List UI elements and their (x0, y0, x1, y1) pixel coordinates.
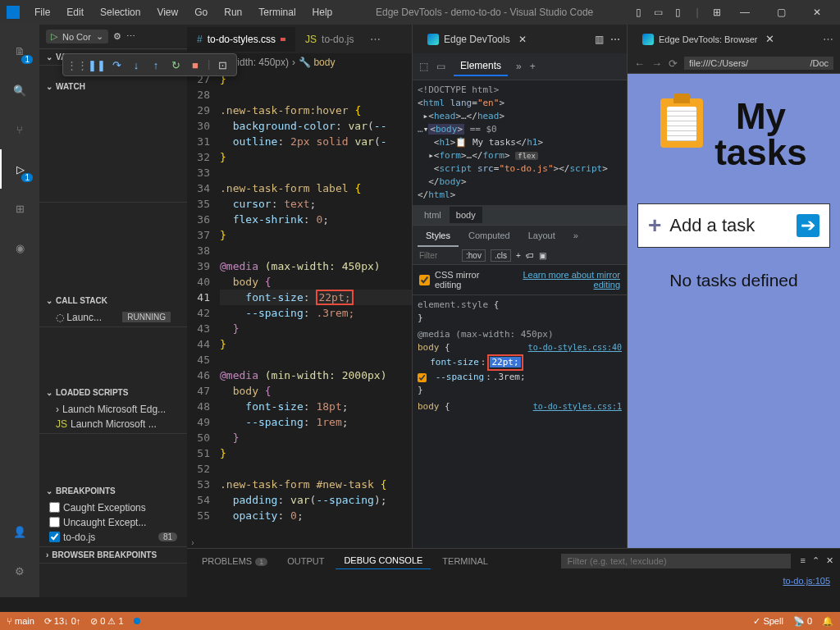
breadcrumb-html[interactable]: html (418, 207, 448, 223)
close-button[interactable]: ✕ (801, 1, 833, 24)
step-into-icon[interactable]: ↓ (129, 57, 144, 72)
styles-tab[interactable]: Styles (418, 226, 459, 247)
screencast-icon[interactable]: ⊡ (215, 57, 230, 72)
minimize-button[interactable]: — (728, 1, 761, 24)
box-icon[interactable]: ▣ (539, 251, 546, 260)
step-over-icon[interactable]: ↷ (109, 57, 124, 72)
section-breakpoints[interactable]: ⌄ BREAKPOINTS (39, 483, 187, 499)
stop-icon[interactable]: ■ (188, 57, 203, 72)
breadcrumb-body[interactable]: body (450, 207, 482, 223)
forward-icon[interactable]: → (651, 57, 662, 70)
pause-icon[interactable]: ❚❚ (89, 57, 104, 72)
devtools-tab[interactable]: Edge DevTools ✕ (419, 29, 535, 50)
dom-tree[interactable]: <!DOCTYPE html> <html lang="en"> ▸<head>… (413, 80, 627, 205)
expand-icon[interactable]: ⌃ (812, 555, 819, 566)
src-link[interactable]: to-do-styles.css:40 (528, 341, 622, 354)
computed-tab[interactable]: Computed (460, 226, 518, 247)
menu-go[interactable]: Go (188, 3, 214, 21)
new-rule-icon[interactable]: + (516, 251, 521, 260)
mirror-link[interactable]: Learn more about mirror editing (506, 270, 620, 290)
gear-icon[interactable]: ⚙ (113, 31, 121, 42)
menu-help[interactable]: Help (306, 3, 340, 21)
scroll-left-icon[interactable]: › (187, 536, 199, 548)
checkbox[interactable] (49, 502, 60, 513)
layout-right-icon[interactable]: ▯ (669, 1, 686, 24)
loaded-script-item[interactable]: › Launch Microsoft Edg... (39, 402, 187, 417)
bp-file[interactable]: to-do.js 81 (39, 530, 187, 545)
section-loaded-scripts[interactable]: ⌄ LOADED SCRIPTS (39, 385, 187, 400)
back-icon[interactable]: ← (634, 57, 645, 70)
clear-icon[interactable]: ≡ (801, 555, 806, 566)
bell-icon[interactable]: 🔔 (822, 616, 833, 627)
tag-icon[interactable]: 🏷 (526, 251, 534, 260)
close-icon[interactable]: ✕ (765, 33, 774, 45)
menu-file[interactable]: File (28, 3, 57, 21)
menu-view[interactable]: View (150, 3, 185, 21)
step-out-icon[interactable]: ↑ (148, 57, 163, 72)
elements-tab[interactable]: Elements (454, 57, 508, 76)
source-control-icon[interactable]: ⑂ (0, 110, 39, 149)
console-filter[interactable] (561, 554, 791, 568)
more-styles-icon[interactable]: » (565, 226, 587, 247)
tab-js[interactable]: JS to-do.js (295, 27, 363, 52)
bp-uncaught[interactable]: Uncaught Except... (39, 515, 187, 530)
drag-handle-icon[interactable]: ⋮⋮ (70, 57, 84, 72)
cls-toggle[interactable]: .cls (491, 249, 511, 262)
tab-terminal[interactable]: Terminal (434, 553, 496, 569)
tab-problems[interactable]: Problems1 (194, 553, 276, 569)
device-icon[interactable]: ▭ (436, 61, 445, 72)
url-bar[interactable]: file:///C:/Users//Doc (684, 57, 833, 70)
more-icon[interactable]: ⋯ (823, 33, 833, 45)
branch-indicator[interactable]: ⑂ main (7, 616, 34, 626)
checkbox[interactable] (49, 517, 60, 527)
spell-indicator[interactable]: ✓ Spell (753, 616, 783, 627)
debug-float-toolbar[interactable]: ⋮⋮ ❚❚ ↷ ↓ ↑ ↻ ■ | ⊡ (62, 53, 237, 76)
layout-tab[interactable]: Layout (520, 226, 564, 247)
sync-indicator[interactable]: ⟳ 13↓ 0↑ (44, 616, 80, 627)
split-icon[interactable]: ▥ (595, 34, 604, 45)
more-tabs-icon[interactable]: ⋯ (363, 33, 387, 45)
src-link[interactable]: to-do-styles.css:1 (533, 400, 622, 413)
breadcrumb-body[interactable]: 🔧 body (299, 57, 335, 68)
code-editor[interactable]: 27282930313233 34353637383940 4142434445… (187, 71, 412, 597)
mirror-checkbox[interactable] (419, 275, 430, 285)
bp-caught[interactable]: Caught Exceptions (39, 500, 187, 515)
css-prop-checkbox[interactable] (418, 373, 427, 382)
settings-icon[interactable]: ⚙ (0, 551, 39, 591)
more-tabs-icon[interactable]: » (516, 61, 522, 72)
more-icon[interactable]: ⋯ (126, 31, 135, 42)
menu-terminal[interactable]: Terminal (252, 3, 302, 21)
menu-selection[interactable]: Selection (94, 3, 147, 21)
loaded-script-item[interactable]: JS Launch Microsoft ... (39, 417, 187, 431)
accounts-icon[interactable]: 👤 (0, 512, 39, 551)
maximize-button[interactable]: ▢ (765, 1, 797, 24)
run-config-dropdown[interactable]: ▷ No Cor ⌄ (46, 30, 108, 43)
restart-icon[interactable]: ↻ (168, 57, 183, 72)
tab-output[interactable]: Output (279, 553, 332, 569)
menu-edit[interactable]: Edit (60, 3, 90, 21)
close-panel-icon[interactable]: ✕ (826, 555, 833, 566)
port-indicator[interactable]: 📡 0 (793, 616, 812, 627)
layout-left-icon[interactable]: ▯ (630, 1, 646, 24)
search-icon[interactable]: 🔍 (0, 71, 39, 110)
hov-toggle[interactable]: :hov (462, 249, 486, 262)
add-tab-icon[interactable]: + (530, 61, 536, 72)
section-browser-bp[interactable]: › BROWSER BREAKPOINTS (39, 547, 187, 563)
section-callstack[interactable]: ⌄ CALL STACK (39, 293, 187, 308)
layout-bottom-icon[interactable]: ▭ (650, 1, 666, 24)
tab-debug-console[interactable]: Debug Console (336, 552, 431, 569)
edge-tools-icon[interactable]: ◉ (0, 228, 39, 267)
callstack-item[interactable]: ◌ Launc... RUNNING (39, 310, 187, 325)
layout-grid-icon[interactable]: ⊞ (709, 1, 725, 24)
browser-viewport[interactable]: My tasks + Add a task ➔ No tasks defined (628, 74, 840, 578)
styles-filter[interactable] (418, 249, 457, 262)
menu-run[interactable]: Run (217, 3, 249, 21)
extensions-icon[interactable]: ⊞ (0, 189, 39, 228)
close-icon[interactable]: ✕ (518, 34, 527, 45)
submit-arrow-icon[interactable]: ➔ (797, 214, 819, 237)
console-source-link[interactable]: to-do.js:105 (187, 573, 840, 589)
more-icon[interactable]: ⋯ (610, 34, 620, 45)
run-debug-icon[interactable]: ▷1 (0, 149, 39, 189)
inspect-icon[interactable]: ⬚ (419, 61, 428, 72)
tab-css[interactable]: # to-do-styles.css (187, 27, 295, 52)
